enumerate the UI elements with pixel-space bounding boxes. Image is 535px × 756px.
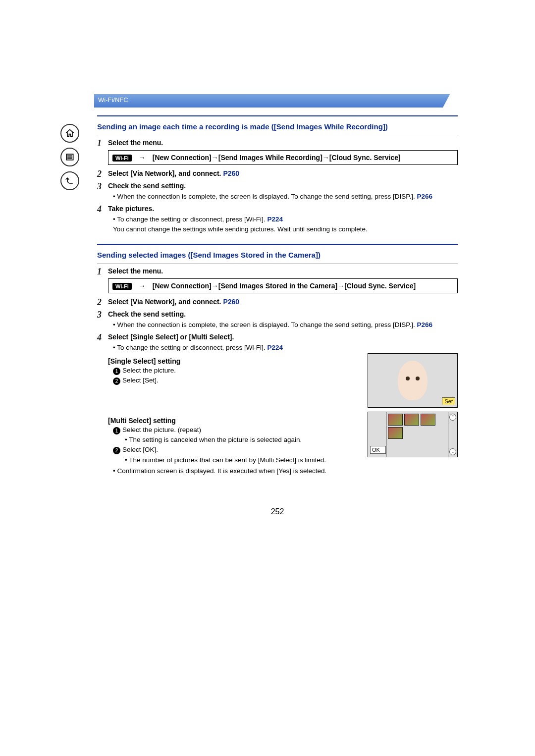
step-bullet: When the connection is complete, the scr… — [108, 192, 458, 201]
thumbnail[interactable] — [388, 427, 403, 439]
step-bullet: To change the setting or disconnect, pre… — [108, 343, 458, 352]
number-circle-icon: 1 — [113, 427, 120, 434]
number-circle-icon: 1 — [113, 368, 120, 375]
scroll-up-icon[interactable]: ⌃ — [449, 414, 456, 421]
number-circle-icon: 2 — [113, 447, 120, 454]
wifi-badge: Wi-Fi — [112, 155, 132, 162]
divider — [97, 115, 458, 116]
number-circle-icon: 2 — [113, 378, 120, 385]
menu-path-box: Wi-Fi → [New Connection]→[Send Images St… — [108, 278, 458, 293]
photo-placeholder — [398, 361, 428, 400]
step-number: 1 — [97, 267, 108, 295]
step-text: Select the menu. — [108, 138, 458, 148]
step-note: You cannot change the settings while sen… — [113, 225, 458, 234]
section-header: Wi-Fi/NFC — [94, 94, 461, 108]
single-select-preview: Set — [368, 353, 458, 408]
menu-path-box: Wi-Fi → [New Connection]→[Send Images Wh… — [108, 150, 458, 165]
step-number: 4 — [97, 204, 108, 235]
step-number: 1 — [97, 138, 108, 167]
divider — [97, 244, 458, 245]
step-number: 4 — [97, 332, 108, 477]
page-link[interactable]: P266 — [417, 193, 433, 200]
menu-icon[interactable] — [60, 148, 79, 166]
page-link[interactable]: P260 — [223, 169, 239, 177]
wifi-badge: Wi-Fi — [112, 283, 132, 290]
arrow-icon: → — [137, 282, 148, 290]
back-icon[interactable] — [60, 171, 79, 190]
thumbnail[interactable] — [388, 414, 403, 426]
section-b-title: Sending selected images ([Send Images St… — [97, 249, 458, 264]
thumbnail[interactable] — [421, 414, 435, 426]
thumbnail[interactable] — [404, 414, 419, 426]
page-link[interactable]: P224 — [267, 216, 283, 223]
multi-select-preview: OK ⌃ ⌄ — [368, 412, 458, 457]
step-text: Select [Via Network], and connect. P260 — [108, 297, 458, 307]
step-number: 2 — [97, 297, 108, 308]
menu-path: [New Connection]→[Send Images Stored in … — [153, 282, 453, 290]
section-a-title: Sending an image each time a recording i… — [97, 120, 458, 135]
section-header-label: Wi-Fi/NFC — [98, 96, 128, 104]
step-text: Select [Via Network], and connect. P260 — [108, 169, 458, 179]
step-text: Select the menu. — [108, 267, 458, 276]
step-number: 3 — [97, 310, 108, 330]
ok-button[interactable]: OK — [370, 446, 386, 454]
step-bullet: When the connection is complete, the scr… — [108, 321, 458, 329]
step-text: Check the send setting. — [108, 181, 458, 191]
page-link[interactable]: P266 — [417, 321, 433, 328]
step-bullet: To change the setting or disconnect, pre… — [108, 215, 458, 224]
scroll-down-icon[interactable]: ⌄ — [449, 448, 456, 455]
arrow-icon: → — [137, 154, 148, 162]
set-button[interactable]: Set — [442, 397, 455, 405]
home-icon[interactable] — [60, 124, 79, 143]
menu-path: [New Connection]→[Send Images While Reco… — [153, 154, 453, 162]
step-text: Check the send setting. — [108, 310, 458, 320]
step-number: 2 — [97, 169, 108, 180]
page-number: 252 — [97, 507, 458, 516]
step-number: 3 — [97, 181, 108, 202]
page-link[interactable]: P260 — [223, 298, 239, 306]
step-text: Select [Single Select] or [Multi Select]… — [108, 332, 458, 342]
step-text: Take pictures. — [108, 204, 458, 214]
page-link[interactable]: P224 — [267, 344, 283, 351]
confirm-note: Confirmation screen is displayed. It is … — [108, 467, 458, 476]
